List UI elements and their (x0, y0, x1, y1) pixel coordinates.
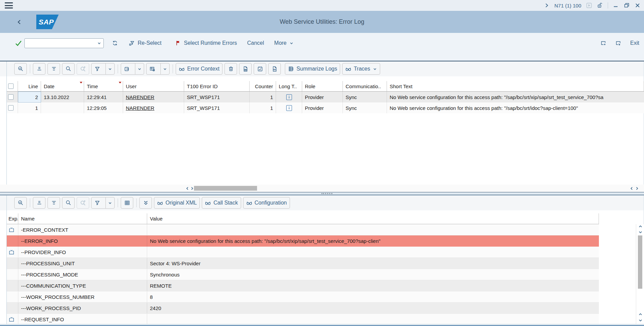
param-name[interactable]: ---WORK_PROCESS_PID (18, 303, 147, 313)
scroll-up-icon[interactable] (638, 312, 643, 317)
filter-icon[interactable] (92, 63, 103, 74)
sort-ascending-button[interactable] (33, 197, 45, 209)
param-value[interactable]: No Web service configuration for this ac… (147, 235, 599, 247)
param-name[interactable]: ---PROCESSING_UNIT (18, 258, 147, 269)
horizontal-scrollbar[interactable] (0, 185, 644, 192)
restore-window-icon[interactable] (624, 2, 630, 8)
t100-error-id-cell[interactable]: SRT_WSP171 (184, 102, 250, 113)
chevron-down-icon[interactable] (97, 41, 101, 45)
expand-cell[interactable] (7, 303, 18, 313)
user-link[interactable]: NARENDER (126, 94, 154, 100)
expand-node-icon[interactable] (8, 316, 15, 322)
menu-hamburger-icon[interactable] (5, 2, 13, 8)
user-link[interactable]: NARENDER (126, 105, 154, 111)
detail-row-work-process-number[interactable]: ---WORK_PROCESS_NUMBER 8 (7, 291, 599, 303)
param-name[interactable]: --PROVIDER_INFO (18, 247, 147, 257)
long-text-cell[interactable] (276, 92, 302, 102)
communication-cell[interactable]: Sync (343, 102, 387, 113)
user-cell[interactable]: NARENDER (123, 92, 184, 102)
short-text-cell[interactable]: No Web service configuration for this ac… (387, 102, 644, 113)
display-document-button[interactable] (239, 63, 252, 75)
counter-cell[interactable]: 1 (250, 92, 276, 102)
select-all-checkbox[interactable] (8, 83, 14, 89)
scroll-up-icon[interactable] (638, 224, 643, 229)
find-button[interactable] (62, 63, 75, 75)
command-input[interactable] (25, 39, 97, 48)
scroll-right-icon[interactable] (635, 186, 639, 191)
param-name[interactable]: ---WORK_PROCESS_NUMBER (18, 291, 147, 302)
table-row[interactable]: 1 12:29:05 NARENDER SRT_WSP171 1 Provide… (7, 102, 644, 113)
expand-cell[interactable] (7, 314, 18, 325)
filter-menu-chevron-icon[interactable] (105, 63, 114, 74)
minimize-icon[interactable] (613, 2, 619, 8)
ok-check-icon[interactable] (15, 40, 22, 47)
expand-cell[interactable] (7, 247, 18, 257)
expand-cell[interactable] (7, 224, 18, 235)
vertical-scrollbar-thumb[interactable] (638, 235, 642, 289)
info-icon[interactable] (286, 105, 292, 111)
cancel-button[interactable]: Cancel (247, 40, 264, 46)
schedule-check-button[interactable] (254, 63, 266, 75)
param-value[interactable] (147, 247, 599, 257)
expand-node-icon[interactable] (8, 227, 15, 233)
param-value[interactable] (147, 224, 599, 235)
filter-split-button[interactable] (91, 197, 115, 209)
detail-row-processing-mode[interactable]: ---PROCESSING_MODE Synchronous (7, 269, 599, 280)
column-header-name[interactable]: Name (18, 213, 147, 224)
param-value[interactable] (147, 314, 599, 325)
param-value[interactable]: Synchronous (147, 269, 599, 280)
time-cell[interactable]: 12:29:05 (84, 102, 123, 113)
row-select-cell[interactable] (7, 102, 18, 113)
communication-cell[interactable]: Sync (343, 92, 387, 102)
column-header-user[interactable]: User (123, 81, 184, 91)
line-cell[interactable]: 1 (18, 102, 41, 113)
filter-icon[interactable] (92, 197, 103, 208)
column-header-role[interactable]: Role (302, 81, 343, 91)
scroll-down-icon[interactable] (638, 318, 643, 323)
layout-menu-chevron-icon[interactable] (160, 63, 169, 74)
param-name[interactable]: -ERROR_CONTEXT (18, 224, 147, 235)
filter-split-button[interactable] (91, 63, 115, 75)
expand-cell[interactable] (7, 280, 18, 291)
check-entries-button[interactable] (14, 197, 27, 209)
check-entries-button[interactable] (14, 63, 27, 75)
expand-cell[interactable] (7, 269, 18, 280)
scroll-down-icon[interactable] (638, 230, 643, 234)
line-cell-selected[interactable]: 2 (18, 92, 41, 102)
xml-display-button[interactable]: XML (268, 63, 281, 75)
expand-cell[interactable] (7, 258, 18, 269)
column-header-short-text[interactable]: Short Text (387, 81, 644, 91)
sort-ascending-button[interactable] (33, 63, 45, 75)
export-menu-chevron-icon[interactable] (135, 63, 144, 74)
column-header-time[interactable]: Time (84, 81, 123, 91)
column-header-expand[interactable]: Exp.. (7, 213, 18, 224)
filter-menu-chevron-icon[interactable] (105, 197, 114, 208)
info-icon[interactable] (286, 94, 292, 100)
table-view-button[interactable] (121, 197, 133, 209)
long-text-cell[interactable] (276, 102, 302, 113)
column-header-line[interactable]: Line (18, 81, 41, 91)
column-header-value[interactable]: Value (147, 213, 599, 224)
command-field[interactable] (24, 38, 104, 48)
expand-cell[interactable] (7, 291, 18, 302)
row-select-cell[interactable] (7, 92, 18, 102)
expand-cell[interactable] (7, 235, 18, 247)
row-checkbox[interactable] (8, 105, 14, 111)
sort-descending-button[interactable] (47, 63, 60, 75)
grid-settings-icon[interactable] (147, 63, 158, 74)
close-icon[interactable] (635, 2, 641, 8)
date-cell[interactable]: 13.10.2022 (41, 92, 84, 102)
date-cell[interactable] (41, 102, 84, 113)
row-checkbox[interactable] (8, 94, 14, 100)
param-value[interactable]: Sector 4: WS-Provider (147, 258, 599, 269)
param-value[interactable]: 2420 (147, 303, 599, 313)
detail-row-request-info[interactable]: --REQUEST_INFO (7, 314, 599, 325)
param-value[interactable]: 8 (147, 291, 599, 302)
delete-button[interactable] (225, 63, 237, 75)
splitter-drag-handle[interactable] (321, 193, 332, 194)
call-stack-button[interactable]: Call Stack (202, 197, 241, 209)
param-name[interactable]: --REQUEST_INFO (18, 314, 147, 325)
sort-descending-button[interactable] (47, 197, 60, 209)
new-session-button[interactable] (615, 40, 621, 46)
detail-row-work-process-pid[interactable]: ---WORK_PROCESS_PID 2420 (7, 303, 599, 314)
